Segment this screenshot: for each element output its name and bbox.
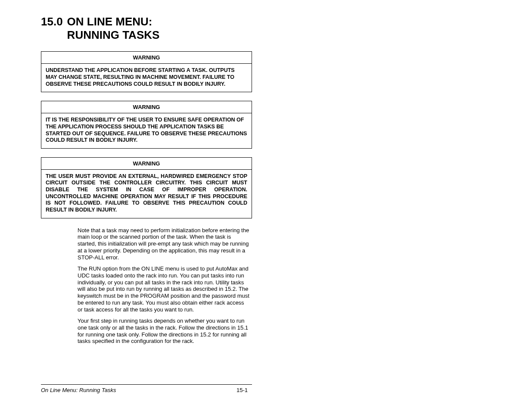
warning-label: WARNING: [41, 158, 252, 170]
section-title: ON LINE MENU: RUNNING TASKS: [67, 15, 160, 42]
paragraph-2: The RUN option from the ON LINE menu is …: [78, 265, 250, 313]
paragraph-3: Your first step in running tasks depends…: [78, 318, 250, 345]
section-header: 15.0 ON LINE MENU: RUNNING TASKS: [41, 15, 252, 42]
title-line-2: RUNNING TASKS: [67, 28, 160, 41]
page-content: 15.0 ON LINE MENU: RUNNING TASKS WARNING…: [41, 15, 252, 349]
warning-text: IT IS THE RESPONSIBILITY OF THE USER TO …: [41, 113, 252, 148]
body-text: Note that a task may need to perform ini…: [78, 227, 250, 345]
page-number: 15-1: [236, 387, 248, 393]
warning-box-1: WARNING UNDERSTAND THE APPLICATION BEFOR…: [41, 51, 252, 92]
title-line-1: ON LINE MENU:: [67, 15, 152, 28]
warning-text: UNDERSTAND THE APPLICATION BEFORE STARTI…: [41, 64, 252, 92]
page-footer: On Line Menu: Running Tasks 15-1: [41, 384, 252, 393]
warning-label: WARNING: [41, 52, 252, 64]
paragraph-1: Note that a task may need to perform ini…: [78, 227, 250, 261]
footer-title: On Line Menu: Running Tasks: [41, 387, 116, 393]
warning-label: WARNING: [41, 101, 252, 113]
warning-text: THE USER MUST PROVIDE AN EXTERNAL, HARDW…: [41, 170, 252, 218]
warning-box-3: WARNING THE USER MUST PROVIDE AN EXTERNA…: [41, 157, 252, 218]
section-number: 15.0: [41, 15, 63, 28]
warning-box-2: WARNING IT IS THE RESPONSIBILITY OF THE …: [41, 101, 252, 149]
